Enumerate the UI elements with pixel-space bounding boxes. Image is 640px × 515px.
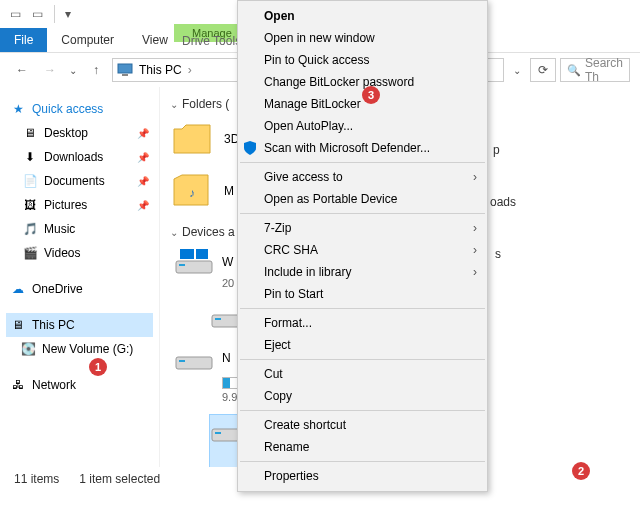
- annotation-badge-2: 2: [572, 462, 590, 480]
- section-title: Devices a: [182, 225, 235, 239]
- search-icon: 🔍: [567, 64, 581, 77]
- sidebar-item-desktop[interactable]: 🖥Desktop📌: [6, 121, 153, 145]
- context-menu-item[interactable]: Format...: [238, 312, 487, 334]
- context-menu-item[interactable]: Rename: [238, 436, 487, 458]
- context-menu-label: Scan with Microsoft Defender...: [264, 141, 430, 155]
- svg-rect-17: [176, 357, 212, 369]
- folder-icon: [170, 119, 214, 159]
- sidebar-item-pictures[interactable]: 🖼Pictures📌: [6, 193, 153, 217]
- folder-type-icon: 🖥: [22, 125, 38, 141]
- sidebar-label: OneDrive: [32, 282, 83, 296]
- svg-rect-14: [196, 249, 208, 259]
- context-menu-item[interactable]: Scan with Microsoft Defender...: [238, 137, 487, 159]
- new-folder-icon[interactable]: ▭: [28, 5, 46, 23]
- context-menu-label: Properties: [264, 469, 319, 483]
- context-menu-item[interactable]: Open AutoPlay...: [238, 115, 487, 137]
- context-menu-item[interactable]: Properties: [238, 465, 487, 487]
- star-icon: ★: [10, 101, 26, 117]
- sidebar-item-label: Music: [44, 222, 75, 236]
- folder-properties-icon[interactable]: ▭: [6, 5, 24, 23]
- recent-locations-caret[interactable]: ⌄: [66, 58, 80, 82]
- context-menu-item[interactable]: Copy: [238, 385, 487, 407]
- folder-label-partial: s: [495, 247, 501, 261]
- context-menu-label: CRC SHA: [264, 243, 318, 257]
- svg-rect-20: [215, 432, 221, 434]
- context-menu-separator: [240, 359, 485, 360]
- tab-computer[interactable]: Computer: [47, 28, 128, 52]
- context-menu-label: Open as Portable Device: [264, 192, 397, 206]
- sidebar-onedrive[interactable]: ☁ OneDrive: [6, 277, 153, 301]
- context-menu-label: Open in new window: [264, 31, 375, 45]
- sidebar-this-pc[interactable]: 🖥 This PC: [6, 313, 153, 337]
- context-menu-item[interactable]: Pin to Start: [238, 283, 487, 305]
- context-menu-label: Rename: [264, 440, 309, 454]
- context-menu-label: Cut: [264, 367, 283, 381]
- sidebar-item-label: Downloads: [44, 150, 103, 164]
- context-menu-item[interactable]: Open as Portable Device: [238, 188, 487, 210]
- context-menu-item[interactable]: Open: [238, 5, 487, 27]
- context-menu-item[interactable]: CRC SHA›: [238, 239, 487, 261]
- context-menu-label: Copy: [264, 389, 292, 403]
- network-icon: 🖧: [10, 377, 26, 393]
- context-menu-label: Format...: [264, 316, 312, 330]
- drive-name: N: [222, 351, 231, 365]
- context-menu-separator: [240, 213, 485, 214]
- breadcrumb-sep-icon[interactable]: ›: [188, 63, 192, 77]
- drive-icon: 💽: [20, 341, 36, 357]
- sidebar-new-volume[interactable]: 💽 New Volume (G:): [6, 337, 153, 361]
- sidebar-item-downloads[interactable]: ⬇Downloads📌: [6, 145, 153, 169]
- search-placeholder: Search Th: [585, 56, 623, 84]
- tab-file[interactable]: File: [0, 28, 47, 52]
- search-input[interactable]: 🔍 Search Th: [560, 58, 630, 82]
- refresh-button[interactable]: ⟳: [530, 58, 556, 82]
- section-title: Folders (: [182, 97, 229, 111]
- nav-forward-button: →: [38, 58, 62, 82]
- context-menu-label: Create shortcut: [264, 418, 346, 432]
- this-pc-icon: [117, 62, 133, 78]
- svg-rect-12: [179, 264, 185, 266]
- annotation-badge-3: 3: [362, 86, 380, 104]
- sidebar-item-label: Videos: [44, 246, 80, 260]
- drive-icon: [174, 247, 214, 277]
- sidebar-item-label: Pictures: [44, 198, 87, 212]
- context-menu-label: 7-Zip: [264, 221, 291, 235]
- chevron-down-icon: ⌄: [170, 227, 178, 238]
- breadcrumb-segment[interactable]: This PC: [139, 63, 182, 77]
- sidebar-quick-access[interactable]: ★ Quick access: [6, 97, 153, 121]
- svg-rect-11: [176, 261, 212, 273]
- nav-back-button[interactable]: ←: [10, 58, 34, 82]
- folder-label-partial: p: [493, 143, 500, 157]
- folder-icon: ♪: [170, 171, 214, 211]
- svg-rect-0: [118, 64, 132, 73]
- pin-icon: 📌: [137, 200, 149, 211]
- folder-label-partial: oads: [490, 195, 516, 209]
- context-menu-item[interactable]: Open in new window: [238, 27, 487, 49]
- context-menu-item[interactable]: Pin to Quick access: [238, 49, 487, 71]
- navigation-pane: ★ Quick access 🖥Desktop📌⬇Downloads📌📄Docu…: [0, 87, 160, 467]
- context-menu: OpenOpen in new windowPin to Quick acces…: [237, 0, 488, 492]
- chevron-right-icon: ›: [473, 221, 477, 235]
- nav-up-button[interactable]: ↑: [84, 58, 108, 82]
- annotation-badge-1: 1: [89, 358, 107, 376]
- sidebar-item-documents[interactable]: 📄Documents📌: [6, 169, 153, 193]
- context-menu-label: Open: [264, 9, 295, 23]
- chevron-down-icon: ⌄: [170, 99, 178, 110]
- context-menu-item[interactable]: Cut: [238, 363, 487, 385]
- context-menu-item[interactable]: Eject: [238, 334, 487, 356]
- customize-qat-icon[interactable]: ▾: [59, 5, 77, 23]
- folder-type-icon: 🎵: [22, 221, 38, 237]
- context-menu-item[interactable]: 7-Zip›: [238, 217, 487, 239]
- context-menu-label: Open AutoPlay...: [264, 119, 353, 133]
- sidebar-item-videos[interactable]: 🎬Videos: [6, 241, 153, 265]
- sidebar-item-label: Documents: [44, 174, 105, 188]
- folder-label: M: [224, 184, 234, 198]
- context-menu-item[interactable]: Give access to›: [238, 166, 487, 188]
- drive-name: W: [222, 255, 233, 269]
- folder-type-icon: 📄: [22, 173, 38, 189]
- context-menu-item[interactable]: Create shortcut: [238, 414, 487, 436]
- sidebar-network[interactable]: 🖧 Network: [6, 373, 153, 397]
- context-menu-separator: [240, 461, 485, 462]
- context-menu-item[interactable]: Include in library›: [238, 261, 487, 283]
- sidebar-item-music[interactable]: 🎵Music: [6, 217, 153, 241]
- breadcrumb-dropdown-icon[interactable]: ⌄: [508, 58, 526, 82]
